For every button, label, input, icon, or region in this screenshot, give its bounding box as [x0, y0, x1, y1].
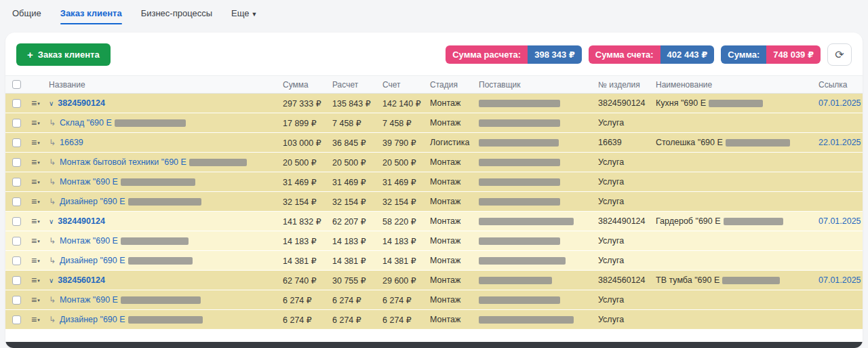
- bottom-scrollbar-strip[interactable]: [5, 342, 863, 348]
- order-name-link[interactable]: 3824590124: [58, 98, 105, 108]
- col-header-name[interactable]: Название: [49, 80, 283, 90]
- row-menu-button[interactable]: ≡▾: [31, 256, 40, 265]
- caret-down-icon: ▾: [37, 180, 40, 185]
- item-name-link[interactable]: Дизайнер "690 Е: [60, 197, 125, 206]
- tab-customer-order[interactable]: Заказ клиента: [60, 8, 122, 24]
- row-stage-cell: Монтаж: [430, 157, 479, 167]
- row-checkbox[interactable]: [12, 99, 21, 108]
- expand-chevron-icon[interactable]: ∨: [49, 218, 54, 225]
- row-supplier-cell: [479, 218, 598, 225]
- row-checkbox[interactable]: [12, 237, 21, 246]
- item-name-link[interactable]: Монтаж бытовой техники "690 Е: [60, 157, 186, 167]
- expand-chevron-icon[interactable]: ∨: [49, 277, 54, 284]
- badge-sum-total[interactable]: Сумма:748 039 ₽: [721, 45, 821, 64]
- order-name-link[interactable]: 3824490124: [58, 216, 105, 226]
- row-checkbox-cell: [12, 158, 31, 167]
- row-calc-cell: 6 274 ₽: [332, 295, 382, 305]
- row-checkbox[interactable]: [12, 119, 21, 128]
- row-supplier-cell: [479, 237, 598, 245]
- row-item-no-cell: Услуга: [598, 295, 656, 305]
- row-checkbox[interactable]: [12, 315, 21, 324]
- table-row: ≡▾↳Монтаж бытовой техники "690 Е20 500 ₽…: [5, 153, 863, 172]
- item-name-link[interactable]: 16639: [60, 138, 83, 147]
- col-header-sum[interactable]: Сумма: [283, 80, 332, 90]
- row-stage-cell: Монтаж: [430, 216, 479, 226]
- col-header-item-no[interactable]: № изделия: [598, 80, 656, 90]
- table-row: ≡▾↳Монтаж "690 Е6 274 ₽6 274 ₽6 274 ₽Мон…: [5, 290, 863, 310]
- date-link[interactable]: 07.01.2025: [818, 216, 861, 226]
- item-name-link[interactable]: Дизайнер "690 Е: [60, 315, 125, 324]
- row-menu-button[interactable]: ≡▾: [31, 275, 40, 285]
- child-arrow-icon: ↳: [49, 197, 56, 206]
- col-header-calc[interactable]: Расчет: [332, 80, 382, 90]
- table-row: ≡▾↳Монтаж "690 Е31 469 ₽31 469 ₽31 469 ₽…: [5, 172, 863, 192]
- redacted-product: [722, 277, 780, 284]
- row-checkbox[interactable]: [12, 158, 21, 167]
- row-checkbox-cell: [12, 256, 31, 265]
- row-menu-button[interactable]: ≡▾: [31, 177, 40, 187]
- col-header-link[interactable]: Ссылка: [818, 80, 863, 90]
- row-checkbox[interactable]: [12, 256, 21, 265]
- order-name-link[interactable]: 3824560124: [58, 275, 105, 285]
- row-checkbox[interactable]: [12, 296, 21, 305]
- row-menu-button[interactable]: ≡▾: [31, 157, 40, 167]
- row-checkbox-cell: [12, 197, 31, 206]
- item-name-link[interactable]: Монтаж "690 Е: [60, 236, 118, 246]
- date-link[interactable]: 07.01.2025: [818, 98, 861, 108]
- row-item-no-cell: 3824490124: [598, 216, 656, 226]
- row-menu-cell: ≡▾: [31, 98, 49, 108]
- tab-more[interactable]: Еще▼: [231, 8, 257, 24]
- row-name-cell: ↳Монтаж "690 Е: [49, 295, 283, 305]
- row-sum-cell: 103 000 ₽: [283, 138, 332, 148]
- item-name-link[interactable]: Склад "690 Е: [60, 118, 112, 128]
- row-invoice-cell: 32 154 ₽: [382, 197, 430, 207]
- row-calc-cell: 31 469 ₽: [332, 177, 382, 187]
- row-menu-button[interactable]: ≡▾: [31, 236, 40, 246]
- table-row: ≡▾↳Дизайнер "690 Е32 154 ₽32 154 ₽32 154…: [5, 192, 863, 212]
- row-supplier-cell: [479, 257, 598, 265]
- expand-chevron-icon[interactable]: ∨: [49, 100, 54, 107]
- row-menu-button[interactable]: ≡▾: [31, 315, 40, 324]
- child-arrow-icon: ↳: [49, 236, 56, 246]
- row-name-cell: ↳Монтаж "690 Е: [49, 177, 283, 187]
- add-order-button[interactable]: + Заказ клиента: [16, 43, 111, 66]
- row-menu-button[interactable]: ≡▾: [31, 138, 40, 147]
- tab-general[interactable]: Общие: [12, 8, 41, 24]
- row-name-cell: ↳16639: [49, 138, 283, 147]
- redacted-product: [724, 218, 783, 225]
- row-menu-button[interactable]: ≡▾: [31, 216, 40, 226]
- col-header-product[interactable]: Наименование: [656, 80, 818, 90]
- row-checkbox[interactable]: [12, 276, 21, 285]
- row-checkbox-cell: [12, 138, 31, 147]
- row-calc-cell: 6 274 ₽: [332, 315, 382, 325]
- badge-sum-invoice[interactable]: Сумма счета:402 443 ₽: [589, 45, 714, 64]
- item-name-link[interactable]: Дизайнер "690 Е: [60, 256, 125, 265]
- product-name-text: Кухня "690 Е: [656, 98, 706, 108]
- item-name-link[interactable]: Монтаж "690 Е: [60, 295, 118, 305]
- row-checkbox[interactable]: [12, 178, 21, 187]
- hamburger-icon: ≡: [31, 138, 37, 147]
- select-all-checkbox[interactable]: [12, 80, 21, 89]
- item-name-link[interactable]: Монтаж "690 Е: [60, 177, 118, 187]
- row-menu-button[interactable]: ≡▾: [31, 98, 40, 108]
- date-link[interactable]: 22.01.2025: [818, 138, 861, 147]
- tab-business-processes[interactable]: Бизнес-процессы: [141, 8, 212, 24]
- col-header-invoice[interactable]: Счет: [382, 80, 430, 90]
- refresh-icon: ⟳: [835, 48, 844, 61]
- col-header-supplier[interactable]: Поставщик: [479, 80, 598, 90]
- row-checkbox[interactable]: [12, 217, 21, 226]
- row-menu-button[interactable]: ≡▾: [31, 118, 40, 128]
- row-stage-cell: Монтаж: [430, 275, 479, 285]
- row-calc-cell: 14 381 ₽: [332, 256, 382, 266]
- row-menu-button[interactable]: ≡▾: [31, 197, 40, 206]
- row-menu-button[interactable]: ≡▾: [31, 295, 40, 305]
- row-checkbox[interactable]: [12, 197, 21, 206]
- refresh-button[interactable]: ⟳: [827, 43, 852, 66]
- row-checkbox[interactable]: [12, 138, 21, 147]
- col-header-stage[interactable]: Стадия: [430, 80, 479, 90]
- row-item-no-cell: Услуга: [598, 177, 656, 187]
- date-link[interactable]: 07.01.2025: [818, 275, 861, 285]
- badge-sum-calculation[interactable]: Сумма расчета:398 343 ₽: [446, 45, 582, 64]
- row-item-no-cell: Услуга: [598, 197, 656, 206]
- main-card: + Заказ клиента Сумма расчета:398 343 ₽ …: [5, 33, 863, 348]
